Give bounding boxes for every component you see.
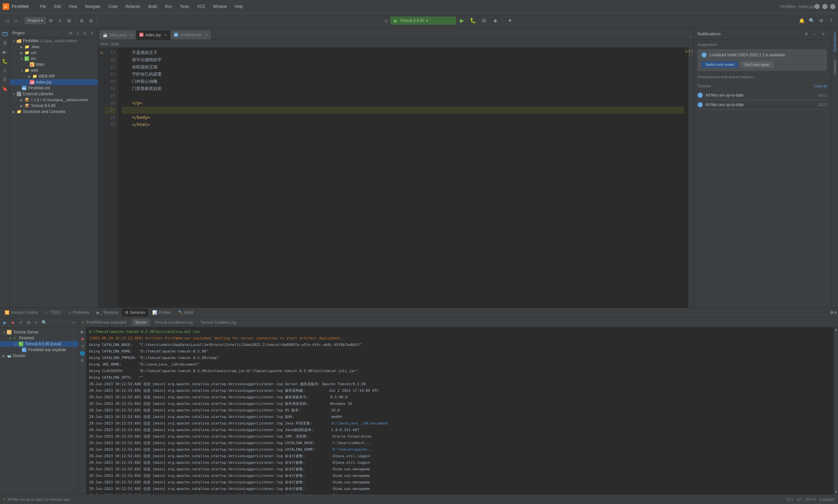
menu-item-code[interactable]: Code [107,4,119,10]
menu-item-build[interactable]: Build [147,4,158,10]
editor-tab-firstweb-iml[interactable]: IML FirstWeb.iml ✕ [171,31,211,40]
tree-item-idea[interactable]: ▶ 📁 .idea [10,44,98,50]
menu-item-edit[interactable]: Edit [53,4,62,10]
tab-close-index-jsp[interactable]: ✕ [164,33,167,37]
toolbar-forward-button[interactable]: ▷ [12,16,20,25]
log-scrollbar[interactable]: ▲ ▼ [834,327,838,494]
breadcrumb-body[interactable]: body [111,42,119,46]
debug-button[interactable]: 🐛 [468,15,478,26]
services-item-docker[interactable]: ▶ 🐋 Docker [0,353,78,359]
project-tool-expand[interactable]: ≡ [74,30,81,36]
tree-item-extlibs[interactable]: ▾ 🔧 External Libraries [10,91,98,97]
toolbar-notifications-button[interactable]: 🔔 [798,16,806,25]
menu-item-navigate[interactable]: Navigate [84,4,102,10]
notifications-settings-button[interactable]: ⚙ [803,31,810,38]
code-area[interactable]: 不是谁的王子 讲不出煽情的字 在喧嚣的王国 守护自己的寂寞 门外惊心动魄 门里我… [118,48,688,308]
log-action-restart[interactable]: ↺ [79,343,86,349]
sidebar-structure-icon[interactable]: ☰ [1,75,9,84]
tree-item-src[interactable]: ▾ S src [10,56,98,61]
tab-problems[interactable]: ⚠ Problems [65,309,93,317]
profile-button[interactable]: ◈ [490,15,500,26]
tree-item-out[interactable]: ▶ 📁 out [10,50,98,56]
toolbar-settings-gear[interactable]: ⚙ [817,16,825,25]
sidebar-bookmarks-icon[interactable]: 🔖 [1,85,9,93]
toolbar-back-button[interactable]: ◁ [3,16,11,25]
tree-item-root[interactable]: ▾ FirstWeb D:\Java_code\FirstWeb [10,38,98,44]
tree-item-webinf[interactable]: ▶ 📁 WEB-INF [10,73,98,79]
tree-item-iml[interactable]: IML FirstWeb.iml [10,85,98,91]
services-filter-btn[interactable]: ⊞ [25,319,32,326]
tab-build[interactable]: 🔨 Build [175,309,196,317]
tab-terminal[interactable]: ▶_ Terminal [93,309,121,317]
editor-scrollbar[interactable]: ⚠ 1 ∧ ∨ [688,48,693,308]
sidebar-problems-icon[interactable]: ⚠ [1,66,9,75]
minimize-button[interactable]: ─ [815,4,820,9]
editor-content[interactable]: ⚠ 19 20 21 22 23 24 25 26 27 28 29 不是谁的王… [98,48,693,308]
status-indent[interactable]: 2 spaces* [820,498,835,501]
notifications-close-button[interactable]: ─ [811,31,818,38]
editor-tab-main-java[interactable]: ☕ Main.java ✕ [100,31,136,40]
bottom-panel-layout[interactable]: ≡ [834,310,837,315]
editor-more-tabs[interactable]: ⋮ [688,35,692,40]
tree-item-indexjsp[interactable]: JSP index.jsp [10,79,98,85]
sidebar-commit-icon[interactable] [1,39,9,47]
tab-profiler[interactable]: 📊 Profiler [149,309,174,317]
tree-item-tomcatlib[interactable]: ▶ 📦 Tomcat 8.5.90 [10,103,98,109]
project-tool-gear[interactable]: ⚙ [67,30,74,36]
toolbar-collapse-button[interactable]: ⊟ [87,16,95,25]
more-run-button[interactable]: ▾ [505,15,515,26]
log-content[interactable]: D:\Tomcat\apache-tomcat-8.5.90\bin\catal… [86,327,834,494]
tab-services[interactable]: ⚙ Services [122,309,148,317]
status-position[interactable]: 27:1 [786,498,793,501]
sidebar-run-icon[interactable]: ▶ [1,48,9,56]
coverage-button[interactable]: ⧉ [479,15,489,26]
services-plus-btn[interactable]: + [70,319,77,326]
tree-item-main[interactable]: J Main [10,61,98,68]
menu-item-run[interactable]: Run [164,4,174,10]
tree-item-scratches[interactable]: ▶ 📁 Scratches and Consoles [10,109,98,114]
vert-tab-notifications[interactable]: Notifications [832,28,838,56]
services-item-tomcat-server[interactable]: ▾ T Tomcat Server [0,329,78,335]
toolbar-nav-back[interactable]: ◁ [381,16,390,25]
log-action-run[interactable]: ▶ [79,328,86,335]
log-action-config[interactable]: ⚙ [79,357,86,364]
services-search-btn[interactable]: 🔍 [40,319,48,326]
services-item-finished[interactable]: ▾ ✓ Finished [0,335,78,341]
menu-item-refactor[interactable]: Refactor [124,4,142,10]
toolbar-search-button[interactable]: ⊕ [77,16,86,25]
maximize-button[interactable]: □ [822,4,827,9]
project-tool-collapse[interactable]: ⊟ [82,30,88,36]
menu-item-window[interactable]: Window [212,4,228,10]
log-tab-localhost[interactable]: Tomcat Localhost Log [151,319,196,326]
tab-version-control[interactable]: 🔀 Version Control [1,309,41,317]
services-item-tomcat8590[interactable]: ▾ T Tomcat 8.5.90 [local] [0,341,78,347]
tab-close-firstweb-iml[interactable]: ✕ [205,33,208,37]
breadcrumb-html[interactable]: html [101,42,108,46]
services-item-firstweb-deploy[interactable]: W FirstWeb:war explode [0,347,78,353]
switch-restart-button[interactable]: Switch and restart [701,61,738,68]
log-scroll-up[interactable]: ▲ [834,327,838,332]
vert-tab-database[interactable]: Database [832,56,838,79]
clear-all-button[interactable]: Clear all [814,84,827,88]
status-encoding[interactable]: UTF-8 [806,498,816,501]
close-button[interactable]: ✕ [830,4,835,9]
project-selector[interactable]: Project ▾ [24,17,46,24]
menu-item-view[interactable]: View [68,4,78,10]
dont-ask-button[interactable]: Don't ask again [741,61,773,68]
toolbar-search-everywhere[interactable]: 🔍 [807,16,816,25]
log-scroll-down[interactable]: ▼ [834,490,838,494]
services-run-btn[interactable]: ▶ [1,319,8,326]
toolbar-expand-button[interactable]: ⊞ [65,16,73,25]
tree-item-jdk[interactable]: ▶ 📦 < 1.8 > D:\Java\java__jdk\document [10,97,98,103]
toolbar-help-button[interactable]: ? [827,16,835,25]
editor-tab-index-jsp[interactable]: JSP index.jsp ✕ [136,31,170,40]
tab-todo[interactable]: ✓ TODO [41,309,64,317]
tab-close-main-java[interactable]: ✕ [130,33,132,37]
toolbar-sort-button[interactable]: ≡ [56,16,64,25]
tree-item-web[interactable]: ▾ 📁 web [10,68,98,73]
log-tab-catalina[interactable]: Tomcat Catalina Log [197,319,239,326]
bottom-panel-settings[interactable]: ⚙ [830,310,834,315]
menu-item-tools[interactable]: Tools [179,4,191,10]
run-button[interactable]: ▶ [457,15,467,26]
services-restart-btn[interactable]: ↺ [17,319,24,326]
